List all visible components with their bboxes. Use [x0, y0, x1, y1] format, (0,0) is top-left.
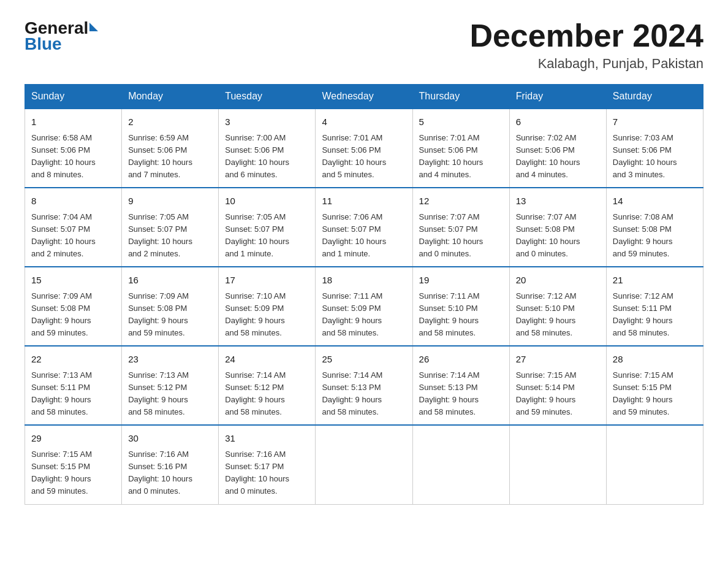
- day-number: 1: [31, 115, 115, 129]
- day-number: 11: [322, 194, 406, 209]
- day-number: 17: [225, 274, 309, 288]
- day-number: 16: [128, 274, 212, 288]
- day-number: 5: [419, 115, 503, 129]
- day-info: Sunrise: 7:01 AMSunset: 5:06 PMDaylight:…: [322, 132, 406, 182]
- calendar-cell: 21Sunrise: 7:12 AMSunset: 5:11 PMDayligh…: [606, 267, 703, 346]
- calendar-cell: 14Sunrise: 7:08 AMSunset: 5:08 PMDayligh…: [606, 188, 703, 267]
- calendar-week-row: 15Sunrise: 7:09 AMSunset: 5:08 PMDayligh…: [25, 267, 703, 346]
- day-number: 21: [613, 274, 697, 288]
- day-info: Sunrise: 7:10 AMSunset: 5:09 PMDaylight:…: [225, 290, 309, 340]
- day-info: Sunrise: 7:15 AMSunset: 5:14 PMDaylight:…: [516, 369, 600, 419]
- calendar-cell: 23Sunrise: 7:13 AMSunset: 5:12 PMDayligh…: [122, 346, 219, 425]
- calendar-cell: 16Sunrise: 7:09 AMSunset: 5:08 PMDayligh…: [122, 267, 219, 346]
- calendar-cell: 24Sunrise: 7:14 AMSunset: 5:12 PMDayligh…: [219, 346, 316, 425]
- day-info: Sunrise: 7:01 AMSunset: 5:06 PMDaylight:…: [419, 132, 503, 182]
- day-number: 31: [225, 432, 309, 446]
- day-number: 4: [322, 115, 406, 129]
- column-header-monday: Monday: [122, 85, 219, 109]
- day-number: 18: [322, 274, 406, 288]
- calendar-cell: 13Sunrise: 7:07 AMSunset: 5:08 PMDayligh…: [509, 188, 606, 267]
- logo-arrow-icon: [89, 23, 98, 31]
- day-number: 15: [31, 274, 115, 288]
- day-number: 9: [128, 194, 212, 209]
- calendar-cell: 1Sunrise: 6:58 AMSunset: 5:06 PMDaylight…: [25, 109, 122, 188]
- day-info: Sunrise: 7:09 AMSunset: 5:08 PMDaylight:…: [128, 290, 212, 340]
- day-number: 12: [419, 194, 503, 209]
- calendar-cell: 15Sunrise: 7:09 AMSunset: 5:08 PMDayligh…: [25, 267, 122, 346]
- calendar-cell: 2Sunrise: 6:59 AMSunset: 5:06 PMDaylight…: [122, 109, 219, 188]
- calendar-cell: [509, 425, 606, 504]
- day-info: Sunrise: 7:11 AMSunset: 5:10 PMDaylight:…: [419, 290, 503, 340]
- day-number: 22: [31, 353, 115, 367]
- day-info: Sunrise: 7:04 AMSunset: 5:07 PMDaylight:…: [31, 211, 115, 261]
- day-number: 29: [31, 432, 115, 446]
- day-info: Sunrise: 7:11 AMSunset: 5:09 PMDaylight:…: [322, 290, 406, 340]
- calendar-cell: 26Sunrise: 7:14 AMSunset: 5:13 PMDayligh…: [412, 346, 509, 425]
- day-number: 23: [128, 353, 212, 367]
- calendar-cell: [412, 425, 509, 504]
- day-info: Sunrise: 7:00 AMSunset: 5:06 PMDaylight:…: [225, 132, 309, 182]
- day-info: Sunrise: 7:07 AMSunset: 5:07 PMDaylight:…: [419, 211, 503, 261]
- day-info: Sunrise: 7:03 AMSunset: 5:06 PMDaylight:…: [613, 132, 697, 182]
- calendar-cell: 4Sunrise: 7:01 AMSunset: 5:06 PMDaylight…: [316, 109, 412, 188]
- calendar-cell: 7Sunrise: 7:03 AMSunset: 5:06 PMDaylight…: [606, 109, 703, 188]
- day-info: Sunrise: 7:02 AMSunset: 5:06 PMDaylight:…: [516, 132, 600, 182]
- column-header-wednesday: Wednesday: [316, 85, 412, 109]
- calendar-cell: 8Sunrise: 7:04 AMSunset: 5:07 PMDaylight…: [25, 188, 122, 267]
- calendar-cell: 12Sunrise: 7:07 AMSunset: 5:07 PMDayligh…: [412, 188, 509, 267]
- calendar-cell: [316, 425, 412, 504]
- calendar-cell: 25Sunrise: 7:14 AMSunset: 5:13 PMDayligh…: [316, 346, 412, 425]
- calendar-cell: 17Sunrise: 7:10 AMSunset: 5:09 PMDayligh…: [219, 267, 316, 346]
- calendar-cell: 28Sunrise: 7:15 AMSunset: 5:15 PMDayligh…: [606, 346, 703, 425]
- calendar-cell: 20Sunrise: 7:12 AMSunset: 5:10 PMDayligh…: [509, 267, 606, 346]
- day-number: 2: [128, 115, 212, 129]
- day-info: Sunrise: 7:14 AMSunset: 5:12 PMDaylight:…: [225, 369, 309, 419]
- calendar-table: SundayMondayTuesdayWednesdayThursdayFrid…: [25, 84, 703, 504]
- day-number: 25: [322, 353, 406, 367]
- day-info: Sunrise: 7:16 AMSunset: 5:16 PMDaylight:…: [128, 448, 212, 498]
- day-number: 26: [419, 353, 503, 367]
- day-info: Sunrise: 7:14 AMSunset: 5:13 PMDaylight:…: [419, 369, 503, 419]
- day-info: Sunrise: 7:09 AMSunset: 5:08 PMDaylight:…: [31, 290, 115, 340]
- calendar-week-row: 22Sunrise: 7:13 AMSunset: 5:11 PMDayligh…: [25, 346, 703, 425]
- day-info: Sunrise: 7:05 AMSunset: 5:07 PMDaylight:…: [225, 211, 309, 261]
- logo: General Blue: [25, 18, 98, 54]
- day-number: 20: [516, 274, 600, 288]
- calendar-cell: 6Sunrise: 7:02 AMSunset: 5:06 PMDaylight…: [509, 109, 606, 188]
- calendar-cell: 22Sunrise: 7:13 AMSunset: 5:11 PMDayligh…: [25, 346, 122, 425]
- calendar-cell: 27Sunrise: 7:15 AMSunset: 5:14 PMDayligh…: [509, 346, 606, 425]
- column-header-sunday: Sunday: [25, 85, 122, 109]
- day-info: Sunrise: 6:58 AMSunset: 5:06 PMDaylight:…: [31, 132, 115, 182]
- calendar-header-row: SundayMondayTuesdayWednesdayThursdayFrid…: [25, 85, 703, 109]
- calendar-cell: 19Sunrise: 7:11 AMSunset: 5:10 PMDayligh…: [412, 267, 509, 346]
- page-header: General Blue December 2024 Kalabagh, Pun…: [25, 18, 703, 72]
- day-number: 6: [516, 115, 600, 129]
- day-number: 8: [31, 194, 115, 209]
- day-number: 27: [516, 353, 600, 367]
- calendar-cell: 10Sunrise: 7:05 AMSunset: 5:07 PMDayligh…: [219, 188, 316, 267]
- day-info: Sunrise: 7:12 AMSunset: 5:11 PMDaylight:…: [613, 290, 697, 340]
- day-number: 13: [516, 194, 600, 209]
- calendar-cell: 5Sunrise: 7:01 AMSunset: 5:06 PMDaylight…: [412, 109, 509, 188]
- day-info: Sunrise: 7:14 AMSunset: 5:13 PMDaylight:…: [322, 369, 406, 419]
- month-title: December 2024: [469, 18, 703, 53]
- day-number: 3: [225, 115, 309, 129]
- calendar-cell: [606, 425, 703, 504]
- column-header-saturday: Saturday: [606, 85, 703, 109]
- day-info: Sunrise: 7:15 AMSunset: 5:15 PMDaylight:…: [613, 369, 697, 419]
- day-number: 19: [419, 274, 503, 288]
- day-number: 10: [225, 194, 309, 209]
- calendar-cell: 11Sunrise: 7:06 AMSunset: 5:07 PMDayligh…: [316, 188, 412, 267]
- day-info: Sunrise: 7:13 AMSunset: 5:12 PMDaylight:…: [128, 369, 212, 419]
- day-info: Sunrise: 7:06 AMSunset: 5:07 PMDaylight:…: [322, 211, 406, 261]
- day-number: 14: [613, 194, 697, 209]
- column-header-friday: Friday: [509, 85, 606, 109]
- calendar-cell: 31Sunrise: 7:16 AMSunset: 5:17 PMDayligh…: [219, 425, 316, 504]
- day-info: Sunrise: 7:12 AMSunset: 5:10 PMDaylight:…: [516, 290, 600, 340]
- day-number: 28: [613, 353, 697, 367]
- calendar-cell: 30Sunrise: 7:16 AMSunset: 5:16 PMDayligh…: [122, 425, 219, 504]
- calendar-week-row: 8Sunrise: 7:04 AMSunset: 5:07 PMDaylight…: [25, 188, 703, 267]
- day-info: Sunrise: 7:08 AMSunset: 5:08 PMDaylight:…: [613, 211, 697, 261]
- day-info: Sunrise: 6:59 AMSunset: 5:06 PMDaylight:…: [128, 132, 212, 182]
- title-section: December 2024 Kalabagh, Punjab, Pakistan: [469, 18, 703, 72]
